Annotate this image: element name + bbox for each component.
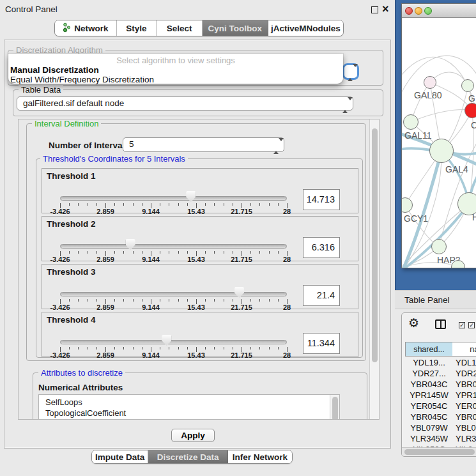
dropdown-option[interactable]: Equal Width/Frequency Discretization [8, 75, 343, 84]
tab-jactivemnodules[interactable]: jActiveMNodules [268, 20, 343, 36]
tab-select[interactable]: Select [157, 20, 203, 36]
table-panel-title: Table Panel [404, 295, 450, 305]
apply-button[interactable]: Apply [171, 429, 215, 442]
network-node[interactable] [424, 76, 436, 89]
threshold-row: Threshold 4-3.4262.8599.14415.4321.71528… [42, 312, 358, 357]
gear-icon[interactable]: ⚙ [408, 316, 419, 330]
tick-mark [224, 299, 224, 302]
network-node[interactable] [403, 114, 418, 130]
network-node[interactable] [461, 79, 474, 92]
cell-shared-name: YPR145W [405, 390, 453, 400]
split-column-icon[interactable] [435, 319, 446, 329]
slider-tick-labels: -3.4262.8599.14415.4321.71528 [60, 351, 288, 359]
zoom-light-icon[interactable] [424, 7, 432, 15]
slider-track[interactable] [60, 292, 287, 296]
network-node[interactable] [464, 103, 476, 118]
tab-label: Network [74, 24, 108, 33]
threshold-value-field[interactable]: 21.4 [303, 285, 340, 306]
tick-label: 21.715 [231, 208, 252, 215]
number-of-intervals-label: Number of Intervals [49, 141, 130, 150]
table-column-header-shared[interactable]: shared... [405, 342, 453, 357]
table-row[interactable]: YDR27...YDR2 [402, 369, 476, 380]
checkbox-icon[interactable]: ✓ [468, 322, 475, 328]
attribute-list-item[interactable]: TopologicalCoefficient [39, 408, 339, 418]
threshold-row: Threshold 1-3.4262.8599.14415.4321.71528… [42, 168, 358, 213]
tick-mark [269, 251, 270, 254]
cell-shared-name: YBR045C [405, 412, 453, 422]
network-node-label: GCY1 [404, 213, 428, 224]
threshold-value-field[interactable]: 14.713 [303, 189, 340, 210]
table-row[interactable]: YBR043CYBR0 [402, 380, 476, 390]
tab-cyni-toolbox[interactable]: Cyni Toolbox [203, 20, 268, 36]
tick-mark [78, 251, 79, 254]
table-row[interactable]: YBR045CYBR0 [402, 412, 476, 423]
tick-mark [78, 203, 79, 206]
checkbox-icon[interactable]: ✓ [459, 322, 465, 328]
cell-shared-name: YER054C [405, 401, 453, 411]
table-row[interactable]: YLR345WYLR3 [402, 434, 476, 445]
network-node[interactable] [431, 239, 447, 254]
tick-mark [178, 251, 179, 254]
tick-mark [69, 347, 70, 349]
tick-mark [96, 299, 97, 302]
tab-discretize-data[interactable]: Discretize Data [148, 450, 227, 463]
dropdown-header: Select algorithm to view settings [8, 54, 343, 65]
tick-mark [133, 347, 134, 349]
algorithm-combobox[interactable] [342, 63, 359, 80]
dropdown-option[interactable]: Manual Discretization [8, 65, 343, 75]
attribute-list-item[interactable]: BetweennessCentrality [39, 418, 339, 420]
list-scrollbar[interactable] [330, 395, 339, 420]
float-window-icon[interactable] [371, 6, 378, 13]
close-light-icon[interactable] [405, 7, 413, 15]
table-row[interactable]: YBL079WYBL0 [402, 423, 476, 434]
table-data-combobox[interactable]: galFiltered.sif default node [17, 96, 353, 111]
slider-track[interactable] [60, 340, 287, 344]
algorithm-dropdown-popup: Select algorithm to view settings Manual… [8, 54, 343, 84]
cell-shared-name: YBL079W [405, 423, 453, 433]
tab-infer-network[interactable]: Infer Network [228, 450, 292, 463]
number-of-intervals-spinner[interactable]: 5 [123, 137, 284, 152]
threshold-value-field[interactable]: 11.344 [303, 333, 340, 354]
network-window-titlebar[interactable] [402, 4, 476, 18]
table-column-header-name[interactable]: na... [452, 342, 476, 357]
table-horizontal-scrollbar[interactable] [402, 447, 476, 456]
table-row[interactable]: YER054CYER0 [402, 401, 476, 412]
combo-stepper-icon [348, 67, 353, 79]
numerical-attributes-list[interactable]: SelfLoopsTopologicalCoefficientBetweenne… [38, 394, 340, 420]
network-canvas[interactable]: GAL80GCGAL11GAL4GCY1HHAP2 [402, 18, 476, 268]
threshold-value-field[interactable]: 6.316 [303, 237, 340, 258]
bottom-tab-bar: Impute DataDiscretize DataInfer Network [91, 450, 293, 464]
settings-scrollbar[interactable] [369, 119, 380, 420]
tick-label: 2.859 [96, 351, 114, 359]
tab-impute-data[interactable]: Impute Data [92, 450, 148, 463]
table-row[interactable]: YPR145WYPR1 [402, 390, 476, 401]
tick-label: 2.859 [96, 256, 114, 263]
threshold-title: Threshold 2 [47, 219, 96, 229]
tick-mark [250, 299, 251, 302]
table-row[interactable]: YDL19...YDL1 [402, 358, 476, 369]
tab-style[interactable]: Style [117, 20, 157, 36]
cell-name: YER0 [456, 401, 476, 411]
combo-stepper-icon [342, 99, 348, 112]
tick-label: 9.144 [142, 256, 160, 263]
tab-network[interactable]: Network [55, 20, 117, 36]
minimize-light-icon[interactable] [415, 7, 422, 15]
cell-shared-name: YBR043C [405, 380, 453, 389]
tick-mark [96, 251, 97, 254]
tick-mark [250, 251, 251, 254]
slider-track[interactable] [60, 196, 287, 201]
close-icon[interactable]: × [382, 2, 389, 16]
attribute-list-item[interactable]: SelfLoops [39, 397, 339, 408]
tick-mark [142, 203, 142, 206]
tick-mark [214, 347, 215, 349]
network-node[interactable] [429, 139, 454, 163]
tick-mark [88, 203, 88, 206]
cell-name: YLR3 [456, 434, 476, 443]
tick-mark [224, 347, 224, 349]
slider-tick-labels: -3.4262.8599.14415.4321.71528 [60, 303, 288, 311]
slider-track[interactable] [60, 244, 287, 249]
tick-mark [133, 251, 134, 254]
tick-mark [278, 299, 279, 302]
tick-mark [88, 347, 88, 349]
tick-label: 21.715 [231, 256, 252, 263]
